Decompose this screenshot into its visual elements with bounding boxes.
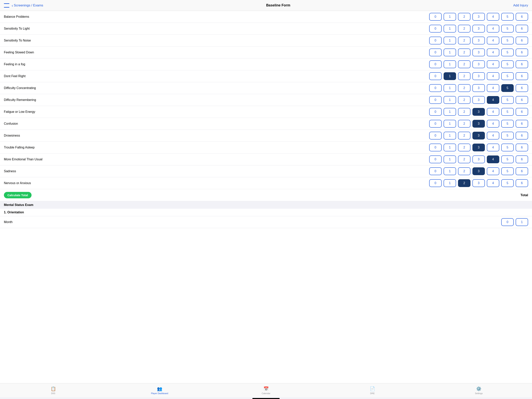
score-btn-feeling-fog-6[interactable]: 6 — [516, 60, 528, 68]
score-btn-balance-problems-2[interactable]: 2 — [458, 13, 470, 21]
score-btn-dont-feel-right-3[interactable]: 3 — [472, 72, 485, 80]
score-btn-confusion-0[interactable]: 0 — [429, 120, 442, 128]
score-btn-difficulty-remembering-4[interactable]: 4 — [487, 96, 499, 104]
tab-calendar[interactable]: 📅Calendar — [213, 386, 319, 394]
score-btn-sadness-3[interactable]: 3 — [472, 167, 485, 175]
score-btn-dont-feel-right-1[interactable]: 1 — [443, 72, 456, 80]
score-btn-sensitivity-light-3[interactable]: 3 — [472, 25, 485, 32]
score-btn-drowsiness-0[interactable]: 0 — [429, 132, 442, 140]
score-btn-sensitivity-noise-5[interactable]: 5 — [501, 37, 514, 45]
score-btn-dont-feel-right-6[interactable]: 6 — [516, 72, 528, 80]
tab-diis[interactable]: 📋DIIS — [0, 386, 106, 394]
score-btn-sensitivity-noise-2[interactable]: 2 — [458, 37, 470, 45]
score-btn-confusion-5[interactable]: 5 — [501, 120, 514, 128]
score-btn-confusion-3[interactable]: 3 — [472, 120, 485, 128]
score-btn-sensitivity-noise-1[interactable]: 1 — [443, 37, 456, 45]
score-btn-feeling-slowed-5[interactable]: 5 — [501, 49, 514, 56]
score-btn-feeling-fog-4[interactable]: 4 — [487, 60, 499, 68]
score-btn-feeling-fog-2[interactable]: 2 — [458, 60, 470, 68]
score-btn-trouble-sleeping-0[interactable]: 0 — [429, 144, 442, 151]
score-btn-difficulty-remembering-2[interactable]: 2 — [458, 96, 470, 104]
score-btn-more-emotional-2[interactable]: 2 — [458, 155, 470, 163]
month-score-btn-1[interactable]: 1 — [516, 218, 528, 226]
score-btn-sensitivity-light-2[interactable]: 2 — [458, 25, 470, 32]
score-btn-sadness-1[interactable]: 1 — [443, 167, 456, 175]
score-btn-fatigue-low-energy-6[interactable]: 6 — [516, 108, 528, 116]
score-btn-sensitivity-light-1[interactable]: 1 — [443, 25, 456, 32]
score-btn-fatigue-low-energy-0[interactable]: 0 — [429, 108, 442, 116]
score-btn-drowsiness-3[interactable]: 3 — [472, 132, 485, 140]
score-btn-drowsiness-6[interactable]: 6 — [516, 132, 528, 140]
score-btn-confusion-2[interactable]: 2 — [458, 120, 470, 128]
score-btn-dont-feel-right-5[interactable]: 5 — [501, 72, 514, 80]
score-btn-nervous-anxious-1[interactable]: 1 — [443, 179, 456, 187]
score-btn-more-emotional-1[interactable]: 1 — [443, 155, 456, 163]
score-btn-sensitivity-light-6[interactable]: 6 — [516, 25, 528, 32]
score-btn-balance-problems-4[interactable]: 4 — [487, 13, 499, 21]
score-btn-trouble-sleeping-3[interactable]: 3 — [472, 144, 485, 151]
score-btn-difficulty-concentrating-0[interactable]: 0 — [429, 84, 442, 92]
score-btn-sadness-5[interactable]: 5 — [501, 167, 514, 175]
score-btn-nervous-anxious-4[interactable]: 4 — [487, 179, 499, 187]
score-btn-trouble-sleeping-2[interactable]: 2 — [458, 144, 470, 151]
score-btn-dont-feel-right-2[interactable]: 2 — [458, 72, 470, 80]
score-btn-balance-problems-3[interactable]: 3 — [472, 13, 485, 21]
score-btn-difficulty-concentrating-2[interactable]: 2 — [458, 84, 470, 92]
score-btn-dont-feel-right-0[interactable]: 0 — [429, 72, 442, 80]
score-btn-nervous-anxious-2[interactable]: 2 — [458, 179, 470, 187]
score-btn-difficulty-concentrating-6[interactable]: 6 — [516, 84, 528, 92]
score-btn-confusion-1[interactable]: 1 — [443, 120, 456, 128]
score-btn-confusion-6[interactable]: 6 — [516, 120, 528, 128]
score-btn-balance-problems-0[interactable]: 0 — [429, 13, 442, 21]
month-score-btn-0[interactable]: 0 — [501, 218, 514, 226]
score-btn-difficulty-remembering-5[interactable]: 5 — [501, 96, 514, 104]
score-btn-difficulty-remembering-3[interactable]: 3 — [472, 96, 485, 104]
score-btn-drowsiness-4[interactable]: 4 — [487, 132, 499, 140]
score-btn-difficulty-remembering-0[interactable]: 0 — [429, 96, 442, 104]
score-btn-sensitivity-light-4[interactable]: 4 — [487, 25, 499, 32]
score-btn-fatigue-low-energy-1[interactable]: 1 — [443, 108, 456, 116]
score-btn-feeling-fog-3[interactable]: 3 — [472, 60, 485, 68]
score-btn-sadness-6[interactable]: 6 — [516, 167, 528, 175]
score-btn-balance-problems-6[interactable]: 6 — [516, 13, 528, 21]
score-btn-sensitivity-light-0[interactable]: 0 — [429, 25, 442, 32]
score-btn-nervous-anxious-5[interactable]: 5 — [501, 179, 514, 187]
tab-settings[interactable]: ⚙️Settings — [426, 386, 532, 394]
score-btn-sadness-2[interactable]: 2 — [458, 167, 470, 175]
sidebar-toggle-button[interactable] — [4, 3, 9, 8]
score-btn-fatigue-low-energy-4[interactable]: 4 — [487, 108, 499, 116]
score-btn-sadness-0[interactable]: 0 — [429, 167, 442, 175]
score-btn-more-emotional-6[interactable]: 6 — [516, 155, 528, 163]
score-btn-more-emotional-5[interactable]: 5 — [501, 155, 514, 163]
score-btn-drowsiness-5[interactable]: 5 — [501, 132, 514, 140]
score-btn-feeling-slowed-0[interactable]: 0 — [429, 49, 442, 56]
score-btn-feeling-fog-5[interactable]: 5 — [501, 60, 514, 68]
score-btn-sensitivity-noise-4[interactable]: 4 — [487, 37, 499, 45]
score-btn-nervous-anxious-6[interactable]: 6 — [516, 179, 528, 187]
score-btn-difficulty-remembering-6[interactable]: 6 — [516, 96, 528, 104]
score-btn-fatigue-low-energy-5[interactable]: 5 — [501, 108, 514, 116]
score-btn-balance-problems-5[interactable]: 5 — [501, 13, 514, 21]
score-btn-feeling-slowed-6[interactable]: 6 — [516, 49, 528, 56]
score-btn-fatigue-low-energy-2[interactable]: 2 — [458, 108, 470, 116]
score-btn-confusion-4[interactable]: 4 — [487, 120, 499, 128]
score-btn-trouble-sleeping-5[interactable]: 5 — [501, 144, 514, 151]
score-btn-feeling-slowed-1[interactable]: 1 — [443, 49, 456, 56]
score-btn-more-emotional-4[interactable]: 4 — [487, 155, 499, 163]
back-link[interactable]: ‹ Screenings / Exams — [12, 4, 43, 7]
score-btn-trouble-sleeping-6[interactable]: 6 — [516, 144, 528, 151]
score-btn-difficulty-concentrating-1[interactable]: 1 — [443, 84, 456, 92]
score-btn-drowsiness-1[interactable]: 1 — [443, 132, 456, 140]
score-btn-more-emotional-3[interactable]: 3 — [472, 155, 485, 163]
add-injury-button[interactable]: Add Injury — [513, 4, 528, 7]
score-btn-sensitivity-noise-3[interactable]: 3 — [472, 37, 485, 45]
score-btn-difficulty-concentrating-4[interactable]: 4 — [487, 84, 499, 92]
score-btn-difficulty-concentrating-3[interactable]: 3 — [472, 84, 485, 92]
score-btn-feeling-fog-1[interactable]: 1 — [443, 60, 456, 68]
calculate-total-button[interactable]: Calculate Total — [4, 192, 32, 198]
score-btn-sensitivity-noise-6[interactable]: 6 — [516, 37, 528, 45]
score-btn-difficulty-remembering-1[interactable]: 1 — [443, 96, 456, 104]
tab-player-dashboard[interactable]: 👥Player Dashboard — [106, 386, 213, 394]
score-btn-feeling-slowed-3[interactable]: 3 — [472, 49, 485, 56]
score-btn-nervous-anxious-0[interactable]: 0 — [429, 179, 442, 187]
